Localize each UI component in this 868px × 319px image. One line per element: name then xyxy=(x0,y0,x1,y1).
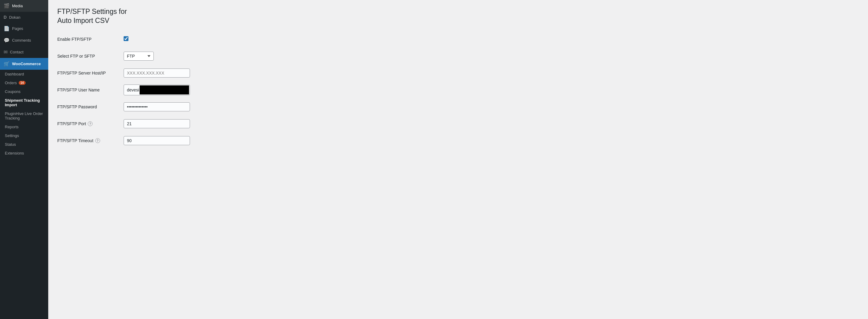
sidebar-item-pluginhive[interactable]: PluginHive Live Order Tracking xyxy=(0,109,48,122)
sidebar-item-dokan[interactable]: D Dokan xyxy=(0,12,48,23)
username-prefix: devesi xyxy=(124,86,139,94)
ftp-type-select[interactable]: FTP SFTP xyxy=(124,52,154,61)
contact-icon: ✉ xyxy=(4,49,7,55)
sidebar-item-label: Contact xyxy=(10,50,24,54)
ftp-timeout-control xyxy=(124,136,859,145)
enable-ftp-row: Enable FTP/SFTP xyxy=(57,34,859,45)
ftp-username-control: devesi xyxy=(124,85,859,95)
orders-label: Orders xyxy=(5,81,17,85)
main-content: FTP/SFTP Settings for Auto Import CSV En… xyxy=(48,0,868,319)
ftp-type-row: Select FTP or SFTP FTP SFTP xyxy=(57,51,859,62)
coupons-label: Coupons xyxy=(5,89,21,94)
ftp-host-label: FTP/SFTP Server Host/IP xyxy=(57,70,124,76)
port-help-icon[interactable]: ? xyxy=(88,121,93,126)
username-redacted xyxy=(140,85,189,94)
ftp-port-input[interactable] xyxy=(124,119,190,128)
sidebar-item-woocommerce[interactable]: 🛒 WooCommerce xyxy=(0,58,48,70)
sidebar-item-label: Media xyxy=(12,4,23,8)
reports-label: Reports xyxy=(5,125,19,129)
orders-badge: 14 xyxy=(19,81,26,85)
ftp-password-row: FTP/SFTP Password xyxy=(57,102,859,112)
settings-label: Settings xyxy=(5,134,19,138)
sidebar-item-shipment-tracking-import[interactable]: Shipment Tracking Import xyxy=(0,96,48,109)
sidebar-item-coupons[interactable]: Coupons xyxy=(0,87,48,96)
pluginhive-label: PluginHive Live Order Tracking xyxy=(5,111,44,120)
ftp-host-input[interactable] xyxy=(124,68,190,78)
ftp-password-input[interactable] xyxy=(124,102,190,111)
woo-submenu: Dashboard Orders 14 Coupons Shipment Tra… xyxy=(0,70,48,157)
woo-label: WooCommerce xyxy=(12,62,41,66)
sidebar-item-label: Dokan xyxy=(9,15,21,20)
ftp-password-label: FTP/SFTP Password xyxy=(57,105,124,109)
sidebar-item-media[interactable]: 🎬 Media xyxy=(0,0,48,12)
page-title: FTP/SFTP Settings for Auto Import CSV xyxy=(57,7,859,25)
extensions-label: Extensions xyxy=(5,151,24,155)
sidebar-item-reports[interactable]: Reports xyxy=(0,122,48,131)
ftp-port-control xyxy=(124,119,859,128)
dokan-icon: D xyxy=(4,15,7,20)
enable-ftp-checkbox[interactable] xyxy=(124,36,128,41)
ftp-port-row: FTP/SFTP Port ? xyxy=(57,118,859,129)
pages-icon: 📄 xyxy=(4,26,10,31)
media-icon: 🎬 xyxy=(4,3,10,9)
sidebar-item-label: Pages xyxy=(12,26,23,31)
ftp-password-control xyxy=(124,102,859,111)
enable-ftp-control xyxy=(124,36,859,42)
ftp-timeout-row: FTP/SFTP Timeout ? xyxy=(57,135,859,146)
sidebar-item-comments[interactable]: 💬 Comments xyxy=(0,34,48,46)
ftp-timeout-label: FTP/SFTP Timeout ? xyxy=(57,138,124,143)
comments-icon: 💬 xyxy=(4,37,10,43)
sidebar-item-status[interactable]: Status xyxy=(0,140,48,149)
shipment-tracking-label: Shipment Tracking Import xyxy=(5,98,44,107)
ftp-type-control: FTP SFTP xyxy=(124,52,859,61)
sidebar-item-settings[interactable]: Settings xyxy=(0,131,48,140)
ftp-host-control xyxy=(124,68,859,78)
sidebar-item-label: Comments xyxy=(12,38,31,42)
settings-form: Enable FTP/SFTP Select FTP or SFTP FTP S… xyxy=(57,34,859,146)
ftp-username-row: FTP/SFTP User Name devesi xyxy=(57,85,859,95)
username-container: devesi xyxy=(124,85,190,95)
ftp-host-row: FTP/SFTP Server Host/IP xyxy=(57,67,859,79)
sidebar-item-contact[interactable]: ✉ Contact xyxy=(0,46,48,58)
ftp-timeout-input[interactable] xyxy=(124,136,190,145)
status-label: Status xyxy=(5,142,16,147)
sidebar: 🎬 Media D Dokan 📄 Pages 💬 Comments ✉ Con… xyxy=(0,0,48,319)
dashboard-label: Dashboard xyxy=(5,72,24,76)
ftp-port-label: FTP/SFTP Port ? xyxy=(57,121,124,126)
sidebar-item-dashboard[interactable]: Dashboard xyxy=(0,70,48,79)
sidebar-item-pages[interactable]: 📄 Pages xyxy=(0,23,48,34)
ftp-type-label: Select FTP or SFTP xyxy=(57,54,124,59)
enable-ftp-label: Enable FTP/SFTP xyxy=(57,37,124,42)
woo-icon: 🛒 xyxy=(4,61,10,67)
sidebar-item-extensions[interactable]: Extensions xyxy=(0,149,48,157)
sidebar-item-orders[interactable]: Orders 14 xyxy=(0,79,48,87)
timeout-help-icon[interactable]: ? xyxy=(95,138,100,143)
ftp-username-label: FTP/SFTP User Name xyxy=(57,88,124,92)
